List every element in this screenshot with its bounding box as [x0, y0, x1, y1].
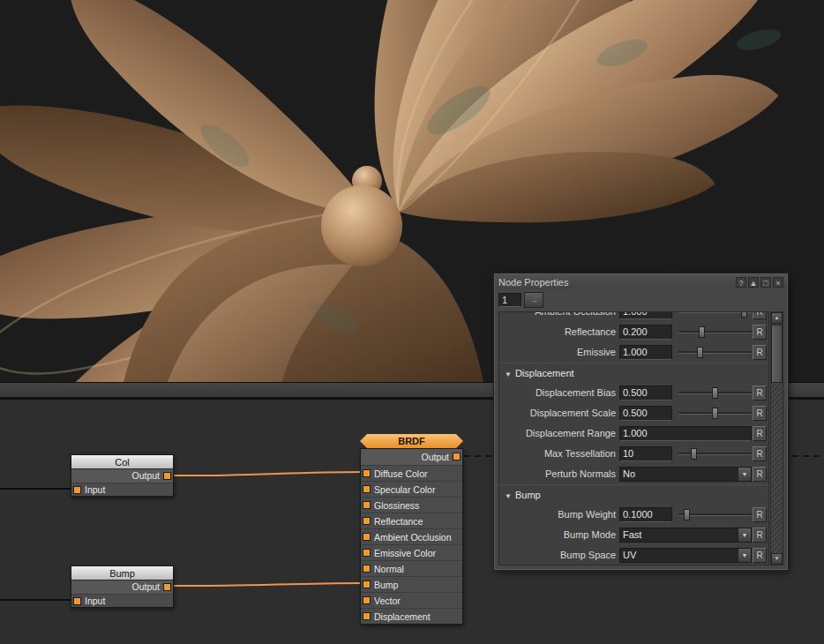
- property-row-emissive: Emissive 1.000 R: [499, 342, 768, 363]
- reset-button[interactable]: R: [753, 507, 767, 522]
- value-field[interactable]: 0.200: [619, 325, 672, 340]
- property-row-ambient-occlusion: Ambient Occlusion 1.000 R: [499, 311, 768, 322]
- close-icon[interactable]: ×: [773, 277, 783, 288]
- dropdown[interactable]: No ▼: [619, 467, 752, 482]
- value-slider[interactable]: [678, 446, 752, 461]
- dropdown[interactable]: UV ▼: [619, 548, 752, 563]
- input-port[interactable]: [363, 485, 371, 493]
- slider-thumb[interactable]: [741, 311, 747, 318]
- slider-thumb[interactable]: [697, 347, 703, 358]
- input-port[interactable]: [363, 501, 371, 509]
- collapse-panel-icon[interactable]: ▲: [748, 277, 759, 288]
- property-label: Reflectance: [499, 322, 616, 342]
- value-slider[interactable]: [678, 406, 752, 421]
- reset-button[interactable]: R: [753, 325, 767, 340]
- input-port[interactable]: [73, 486, 81, 494]
- reset-button[interactable]: R: [753, 528, 767, 543]
- value-field[interactable]: 0.500: [619, 386, 672, 401]
- property-label: Bump Weight: [499, 505, 616, 525]
- value-slider[interactable]: [678, 325, 752, 340]
- property-row-max-tessellation: Max Tessellation 10 R: [499, 444, 768, 464]
- application-window: Col Output Input Bump Output Input BRDF …: [0, 0, 824, 644]
- scrollbar-up-button[interactable]: ▲: [771, 312, 783, 324]
- node-col[interactable]: Col Output Input: [71, 454, 174, 497]
- chevron-down-icon[interactable]: ▼: [738, 528, 751, 542]
- property-label: Perturb Normals: [499, 464, 616, 484]
- property-label: Max Tessellation: [499, 444, 616, 464]
- node-properties-panel: Node Properties ? ▲ □ × → Ambient Occlus…: [494, 273, 788, 570]
- input-port[interactable]: [363, 469, 371, 477]
- value-slider[interactable]: [678, 311, 752, 319]
- property-row-reflectance: Reflectance 0.200 R: [499, 322, 768, 342]
- value-slider[interactable]: [678, 345, 752, 360]
- scrollbar[interactable]: ▲ ▼: [770, 311, 783, 565]
- section-header-bump[interactable]: ▼Bump: [499, 484, 768, 505]
- input-port[interactable]: [363, 596, 371, 604]
- reset-button[interactable]: R: [753, 467, 767, 482]
- panel-title: Node Properties: [498, 277, 734, 288]
- value-field[interactable]: 0.500: [619, 406, 672, 421]
- slider-thumb[interactable]: [691, 448, 697, 460]
- panel-titlebar[interactable]: Node Properties ? ▲ □ ×: [495, 274, 787, 289]
- node-col-input-row: Input: [71, 483, 173, 496]
- scrollbar-thumb[interactable]: [771, 325, 783, 383]
- brdf-input-specular-color: Specular Color: [361, 481, 462, 497]
- reset-button[interactable]: R: [753, 548, 767, 563]
- value-slider[interactable]: [678, 507, 752, 522]
- input-port[interactable]: [363, 565, 371, 573]
- popout-icon[interactable]: □: [760, 277, 771, 288]
- disclosure-triangle-icon: ▼: [505, 364, 512, 385]
- goto-node-button[interactable]: →: [524, 292, 543, 308]
- slider-thumb[interactable]: [684, 509, 690, 520]
- input-port[interactable]: [363, 549, 371, 557]
- reset-button[interactable]: R: [753, 446, 767, 461]
- property-row-perturb-normals: Perturb Normals No ▼ R: [499, 464, 768, 484]
- output-port[interactable]: [163, 472, 171, 480]
- brdf-input-glossiness: Glossiness: [361, 497, 462, 513]
- property-label: Bump Mode: [499, 525, 616, 545]
- node-index-field[interactable]: [498, 293, 521, 307]
- value-field[interactable]: 1.000: [619, 311, 672, 319]
- node-brdf[interactable]: BRDF Output Diffuse Color Specular Color…: [360, 434, 463, 625]
- slider-thumb[interactable]: [699, 326, 705, 338]
- chevron-down-icon[interactable]: ▼: [738, 549, 751, 562]
- value-field[interactable]: 1.000: [619, 426, 752, 441]
- reset-button[interactable]: R: [753, 406, 767, 421]
- reset-button[interactable]: R: [753, 426, 767, 441]
- reset-button[interactable]: R: [753, 311, 767, 319]
- node-col-title[interactable]: Col: [71, 455, 173, 469]
- brdf-input-normal: Normal: [361, 560, 462, 576]
- input-port[interactable]: [363, 517, 371, 525]
- value-field[interactable]: 1.000: [619, 345, 672, 360]
- input-port[interactable]: [363, 580, 371, 588]
- scrollbar-down-button[interactable]: ▼: [771, 553, 783, 565]
- output-port[interactable]: [163, 583, 171, 591]
- value-slider[interactable]: [678, 386, 752, 401]
- output-label: Output: [131, 470, 160, 481]
- brdf-input-displacement: Displacement: [361, 608, 462, 624]
- reset-button[interactable]: R: [753, 386, 767, 401]
- input-port[interactable]: [363, 612, 371, 620]
- value-field[interactable]: 10: [619, 446, 672, 461]
- section-header-displacement[interactable]: ▼Displacement: [499, 363, 768, 383]
- input-label: Input: [85, 484, 105, 495]
- reset-button[interactable]: R: [753, 345, 767, 360]
- slider-thumb[interactable]: [712, 387, 718, 399]
- node-bump-output-row: Output: [71, 580, 173, 594]
- chevron-down-icon[interactable]: ▼: [738, 468, 751, 481]
- node-bump-title[interactable]: Bump: [71, 566, 173, 580]
- node-bump[interactable]: Bump Output Input: [71, 565, 174, 608]
- property-list: Ambient Occlusion 1.000 R Reflectance 0.…: [498, 311, 769, 565]
- input-port[interactable]: [73, 597, 81, 605]
- slider-thumb[interactable]: [712, 408, 718, 419]
- value-field[interactable]: 0.1000: [619, 507, 672, 522]
- output-port[interactable]: [453, 453, 461, 461]
- property-label: Bump Space: [499, 545, 616, 565]
- input-port[interactable]: [363, 533, 371, 541]
- property-row-bump-space: Bump Space UV ▼ R: [499, 545, 768, 565]
- help-icon[interactable]: ?: [736, 277, 746, 288]
- slider-track: [678, 331, 752, 333]
- node-brdf-title[interactable]: BRDF: [360, 434, 463, 448]
- dropdown[interactable]: Fast ▼: [619, 528, 752, 543]
- input-label: Input: [85, 595, 105, 606]
